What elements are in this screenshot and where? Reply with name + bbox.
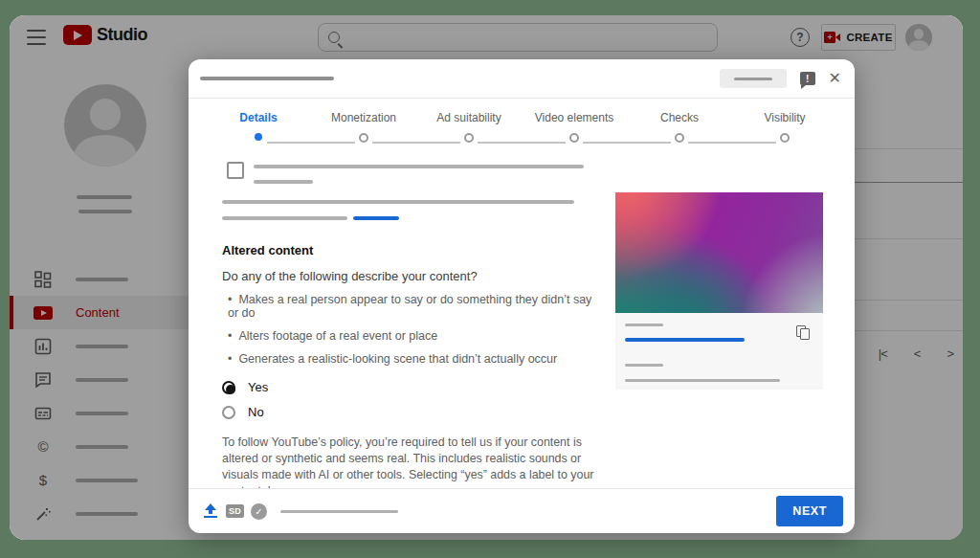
dialog-header: ! ✕ [189,59,855,99]
text-placeholder [254,165,584,168]
step-dot [569,133,579,143]
text-placeholder [254,180,313,184]
step-dot [359,133,368,143]
saved-status-pill [720,69,787,88]
dialog-footer: SD ✓ NEXT [189,488,855,533]
step-details[interactable]: Details [206,111,311,154]
altered-content-title: Altered content [222,243,597,257]
video-link-label-placeholder [625,324,663,326]
video-title-placeholder [200,77,334,80]
filename-placeholder [625,379,780,382]
video-info-panel [615,313,823,390]
dialog-body: Altered content Do any of the following … [189,154,855,488]
bullet-item: •Generates a realistic-looking scene tha… [222,352,597,366]
radio-selected-icon [222,381,235,394]
copy-link-icon[interactable] [796,325,812,341]
step-video-elements[interactable]: Video elements [522,111,627,154]
step-dot [464,133,474,143]
upload-progress-icon [203,503,218,519]
link-placeholder[interactable] [353,216,399,220]
next-button[interactable]: NEXT [776,496,843,526]
text-placeholder [222,200,574,204]
upload-stepper: Details Monetization Ad suitability Vide… [206,99,837,154]
step-checks[interactable]: Checks [627,111,732,154]
upload-dialog: ! ✕ Details Monetization Ad suitability … [189,59,855,533]
policy-text: To follow YouTube’s policy, you’re requi… [222,435,597,488]
altered-content-question: Do any of the following describe your co… [222,269,597,283]
checkbox[interactable] [227,162,244,179]
video-preview-card [615,192,823,488]
checks-complete-icon: ✓ [251,503,267,520]
text-placeholder [222,216,347,220]
step-ad-suitability[interactable]: Ad suitability [416,111,522,154]
bullet-item: •Alters footage of a real event or place [222,329,597,343]
step-monetization[interactable]: Monetization [311,111,416,154]
step-dot [255,133,262,141]
sd-quality-badge: SD [226,504,244,518]
step-visibility[interactable]: Visibility [732,111,837,154]
close-icon[interactable]: ✕ [829,71,841,86]
step-dot [780,133,790,143]
feedback-icon[interactable]: ! [800,72,815,85]
altered-content-bullets: •Makes a real person appear to say or do… [222,293,597,366]
step-dot [675,133,684,143]
upload-status-placeholder [280,510,398,513]
bullet-item: •Makes a real person appear to say or do… [222,293,597,320]
video-url-placeholder[interactable] [625,338,745,342]
video-thumbnail[interactable] [615,192,823,313]
playlist-checkbox-row [222,162,597,184]
radio-unselected-icon [222,406,235,419]
radio-option-no[interactable]: No [222,405,597,419]
radio-option-yes[interactable]: Yes [222,380,597,394]
filename-label-placeholder [625,364,663,367]
